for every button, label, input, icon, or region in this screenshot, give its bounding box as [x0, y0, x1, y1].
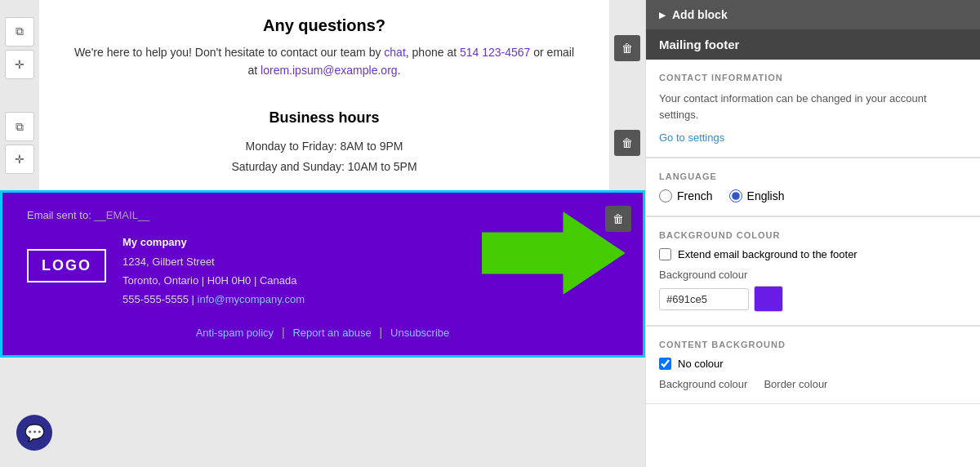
delete-icon-2: 🗑 [621, 136, 633, 149]
move-icon: ✛ [15, 58, 24, 71]
bg-colour-swatch[interactable] [754, 286, 783, 312]
bg-colour-label: Background colour [659, 269, 967, 281]
footer-content: Email sent to: __EMAIL__ LOGO My company… [2, 193, 643, 355]
hours-block: ⧉ ✛ Business hours Monday to Friday: 8AM… [0, 96, 645, 190]
add-block-button[interactable]: ▶ Add block [646, 0, 980, 29]
footer-controls-right: 🗑 [600, 199, 636, 238]
add-block-label: Add block [672, 8, 728, 21]
footer-email-row: Email sent to: __EMAIL__ [27, 209, 618, 221]
no-colour-checkbox[interactable] [659, 358, 671, 370]
play-icon: ▶ [659, 11, 666, 20]
bg-colour-input-row [659, 286, 967, 312]
copy-icon-2: ⧉ [16, 120, 24, 134]
email-link[interactable]: lorem.ipsum@example.org [261, 64, 398, 77]
editor-panel: ⧉ ✛ Any questions? We're here to help yo… [0, 0, 645, 467]
questions-controls-right: 🗑 [609, 0, 645, 96]
bg-colour-section: BACKGROUND COLOUR Extend email backgroun… [646, 217, 980, 326]
copy-questions-button[interactable]: ⧉ [5, 17, 34, 47]
french-label: French [677, 189, 713, 202]
footer-inner: LOGO My company 1234, Gilbert Street Tor… [27, 233, 618, 309]
contact-description: Your contact information can be changed … [659, 91, 967, 122]
footer-address: 1234, Gilbert Street [122, 252, 305, 271]
copy-hours-button[interactable]: ⧉ [5, 112, 34, 141]
settings-panel: ▶ Add block Mailing footer CONTACT INFOR… [645, 0, 980, 467]
language-section: LANGUAGE French English [646, 158, 980, 216]
anti-spam-link[interactable]: Anti-spam policy [196, 327, 274, 339]
extend-bg-checkbox[interactable] [659, 248, 671, 260]
questions-controls-left: ⧉ ✛ [0, 0, 39, 96]
footer-city: Toronto, Ontario | H0H 0H0 | Canada [122, 271, 305, 290]
hours-controls-right: 🗑 [609, 96, 645, 190]
delete-icon: 🗑 [621, 42, 633, 55]
footer-contact: 555-555-5555 | info@mycompany.com [122, 290, 305, 309]
content-border-colour-label: Border colour [764, 378, 827, 390]
delete-hours-button[interactable]: 🗑 [614, 130, 640, 156]
delete-icon-3: 🗑 [612, 212, 624, 225]
move-hours-button[interactable]: ✛ [5, 145, 34, 174]
phone-link[interactable]: 514 123-4567 [460, 46, 530, 59]
english-radio[interactable] [729, 189, 742, 202]
footer-block: 🗑 Email sent to: __EMAIL__ LOGO My compa… [0, 190, 645, 358]
footer-email-var: __EMAIL__ [94, 209, 149, 221]
go-to-settings-link[interactable]: Go to settings [659, 131, 724, 144]
content-bg-section: CONTENT BACKGROUND No colour Background … [646, 327, 980, 404]
chat-button[interactable]: 💬 [16, 415, 52, 451]
questions-block: ⧉ ✛ Any questions? We're here to help yo… [0, 0, 645, 96]
link-separator-1: | [282, 326, 285, 339]
hours-controls-left: ⧉ ✛ [0, 96, 39, 190]
questions-body: We're here to help you! Don't hesitate t… [72, 43, 577, 80]
questions-content: Any questions? We're here to help you! D… [39, 0, 609, 96]
footer-links: Anti-spam policy | Report an abuse | Uns… [27, 322, 618, 339]
no-colour-label[interactable]: No colour [659, 358, 967, 370]
french-radio-label[interactable]: French [659, 189, 713, 202]
bg-colour-hex-input[interactable] [659, 288, 749, 310]
footer-company-name: My company [122, 233, 305, 251]
no-colour-text: No colour [678, 358, 724, 370]
hours-heading: Business hours [72, 109, 577, 127]
footer-info-email-link[interactable]: info@mycompany.com [198, 293, 305, 305]
extend-bg-text: Extend email background to the footer [678, 248, 858, 260]
language-section-title: LANGUAGE [659, 171, 967, 181]
english-radio-label[interactable]: English [729, 189, 785, 202]
move-questions-button[interactable]: ✛ [5, 50, 34, 79]
hours-line1: Monday to Friday: 8AM to 9PM [72, 136, 577, 157]
move-icon-2: ✛ [15, 153, 24, 166]
french-radio[interactable] [659, 189, 672, 202]
copy-icon: ⧉ [16, 24, 24, 38]
footer-info: My company 1234, Gilbert Street Toronto,… [122, 233, 305, 309]
report-abuse-link[interactable]: Report an abuse [292, 327, 371, 339]
panel-title: Mailing footer [646, 29, 980, 60]
contact-section-title: CONTACT INFORMATION [659, 73, 967, 82]
hours-content: Business hours Monday to Friday: 8AM to … [39, 96, 609, 190]
english-label: English [747, 189, 785, 202]
content-bg-colour-row: Background colour Border colour [659, 378, 967, 390]
questions-heading: Any questions? [72, 16, 577, 35]
delete-footer-button[interactable]: 🗑 [605, 206, 631, 232]
link-separator-2: | [380, 326, 383, 339]
content-bg-section-title: CONTENT BACKGROUND [659, 340, 967, 349]
footer-logo: LOGO [27, 249, 106, 282]
contact-info-section: CONTACT INFORMATION Your contact informa… [646, 60, 980, 158]
extend-bg-label[interactable]: Extend email background to the footer [659, 248, 967, 260]
hours-line2: Saturday and Sunday: 10AM to 5PM [72, 157, 577, 177]
language-options: French English [659, 189, 967, 202]
content-bg-colour-label: Background colour [659, 378, 747, 390]
delete-questions-button[interactable]: 🗑 [614, 35, 640, 61]
chat-link[interactable]: chat [384, 46, 405, 59]
chat-icon: 💬 [24, 423, 45, 443]
unsubscribe-link[interactable]: Unsubscribe [390, 327, 449, 339]
bg-colour-section-title: BACKGROUND COLOUR [659, 230, 967, 240]
